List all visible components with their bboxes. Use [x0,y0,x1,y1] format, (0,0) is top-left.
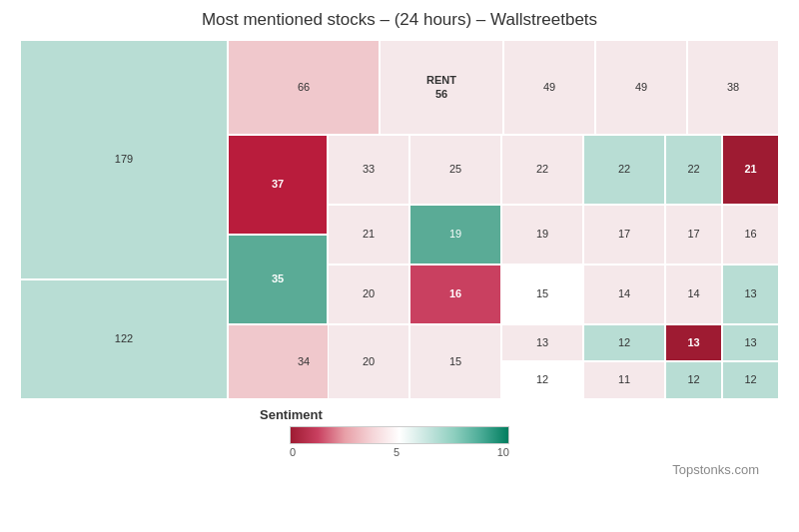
cell-ticker: RENT [426,74,456,87]
cell-value: 15 [449,355,461,368]
cell-value: 179 [115,153,133,166]
cell-value: 21 [744,163,756,176]
cell-value: 122 [115,332,133,345]
treemap-cell-c21: 13 [501,324,583,361]
treemap-cell-c33: 12 [665,361,722,399]
watermark: Topstonks.com [20,462,779,477]
cell-value: 15 [536,287,548,300]
cell-value: 12 [687,373,699,386]
treemap-cell-c36: 13 [722,265,779,324]
cell-value: 13 [687,336,699,349]
cell-value: 12 [744,373,756,386]
treemap-cell-c32: 13 [665,324,722,361]
treemap-cell-c7: RENT56 [380,40,503,135]
cell-value: 19 [449,228,461,241]
treemap-cell-c18: 22 [501,135,583,205]
chart-title: Most mentioned stocks – (24 hours) – Wal… [20,10,779,30]
treemap-cell-c3: 66 [228,40,380,135]
treemap-cell-c26: 14 [583,265,665,324]
treemap-cell-c9: 21 [328,205,409,265]
cell-value: 13 [744,336,756,349]
cell-value: 22 [536,163,548,176]
cell-value: 14 [687,287,699,300]
treemap-cell-c11: 20 [328,324,409,399]
cell-value: 19 [536,228,548,241]
legend: Sentiment 0 5 10 [250,407,549,458]
cell-value: 20 [363,355,375,368]
treemap-cell-c37: 13 [722,324,779,361]
legend-bar [290,426,509,444]
cell-value: 22 [618,163,630,176]
treemap: 17912266373534RENT5633212020492519161549… [20,40,779,399]
cell-value: 20 [363,287,375,300]
cell-value: 16 [744,228,756,241]
treemap-cell-c27: 12 [583,324,665,361]
treemap-cell-c15: 16 [409,265,501,324]
cell-value: 66 [298,81,310,94]
legend-labels: 0 5 10 [290,446,509,458]
treemap-cell-c24: 22 [583,135,665,205]
cell-value: 13 [536,336,548,349]
cell-value: 13 [744,287,756,300]
treemap-cell-c38: 12 [722,361,779,399]
legend-bar-container [250,426,549,444]
treemap-cell-c30: 17 [665,205,722,265]
cell-value: 12 [618,336,630,349]
treemap-cell-c4: 37 [228,135,328,235]
cell-value: 11 [618,373,630,386]
treemap-cell-c13: 25 [409,135,501,205]
treemap-cell-c28: 11 [583,361,665,399]
treemap-cell-c22: 12 [501,361,583,399]
treemap-cell-c12: 49 [503,40,595,135]
treemap-cell-c19: 19 [501,205,583,265]
cell-value: 17 [687,228,699,241]
treemap-cell-c10: 20 [328,265,409,324]
cell-value: 25 [449,163,461,176]
treemap-cell-c35: 16 [722,205,779,265]
cell-value: 22 [687,163,699,176]
treemap-cell-c5: 35 [228,235,328,324]
cell-value: 49 [543,81,555,94]
treemap-cell-c31: 14 [665,265,722,324]
legend-title: Sentiment [260,407,549,422]
treemap-cell-c1: 179 [20,40,228,279]
treemap-cell-c23: 38 [687,40,779,135]
chart-container: Most mentioned stocks – (24 hours) – Wal… [0,0,799,532]
treemap-cell-c29: 22 [665,135,722,205]
cell-value: 37 [272,178,284,191]
legend-label-5: 5 [394,446,400,458]
legend-label-10: 10 [497,446,509,458]
cell-value: 34 [298,355,310,368]
treemap-cell-c17: 49 [595,40,687,135]
cell-value: 16 [449,287,461,300]
treemap-cell-c2: 122 [20,279,228,399]
legend-label-0: 0 [290,446,296,458]
cell-value: 38 [727,81,739,94]
treemap-cell-c20: 15 [501,265,583,324]
treemap-cell-c14: 19 [409,205,501,265]
treemap-cell-c8: 33 [328,135,409,205]
treemap-cell-c34: 21 [722,135,779,205]
cell-value: 12 [536,373,548,386]
treemap-cell-c16: 15 [409,324,501,399]
cell-value: 35 [272,272,284,285]
cell-value: 17 [618,228,630,241]
cell-value: 49 [635,81,647,94]
cell-value: 14 [618,287,630,300]
cell-value: 56 [435,88,447,101]
cell-value: 33 [363,163,375,176]
treemap-cell-c25: 17 [583,205,665,265]
cell-value: 21 [363,228,375,241]
